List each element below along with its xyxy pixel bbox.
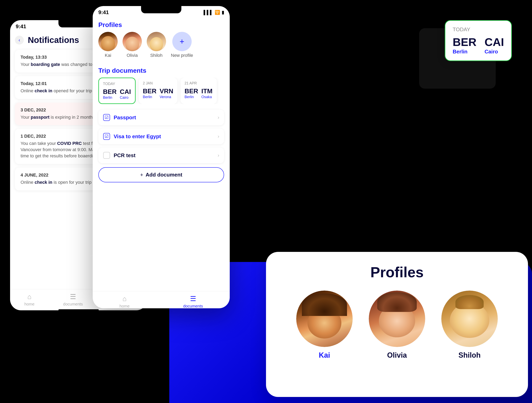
documents-icon-main: ☰ bbox=[190, 295, 196, 303]
ftc-to-code: CAI bbox=[485, 35, 504, 49]
floating-trip-card: TODAY BER Berlin CAI Cairo bbox=[445, 20, 512, 61]
passport-label: Passport bbox=[114, 114, 218, 121]
nav-home-label: home bbox=[24, 302, 34, 307]
add-icon: + bbox=[140, 172, 143, 178]
visa-chevron-icon: › bbox=[218, 134, 219, 139]
nav-home-main[interactable]: ⌂ home bbox=[120, 295, 130, 309]
trip-card-jan[interactable]: 2 JAN BER Berlin VRN Verona bbox=[139, 78, 177, 104]
trip-card-routes-2: BER Berlin VRN Verona bbox=[143, 88, 173, 99]
documents-icon: ☰ bbox=[70, 293, 76, 301]
shiloh-avatar bbox=[147, 32, 166, 51]
add-document-label: Add document bbox=[146, 172, 182, 178]
ftc-to: CAI Cairo bbox=[485, 35, 504, 55]
nav-documents-main[interactable]: ☰ documents bbox=[183, 295, 203, 308]
trip-card-from-2: BER Berlin bbox=[143, 88, 157, 99]
nav-documents[interactable]: ☰ documents bbox=[63, 293, 83, 307]
phone-notch-main bbox=[141, 6, 181, 13]
trip-card-routes-3: BER Berlin ITM Osaka bbox=[184, 88, 213, 99]
passport-checkbox[interactable]: ☑ bbox=[103, 114, 110, 121]
status-time-main: 9:41 bbox=[98, 9, 109, 16]
trip-card-date-2: 2 JAN bbox=[143, 81, 173, 85]
shiloh-big-name: Shiloh bbox=[458, 351, 481, 359]
pcr-label: PCR test bbox=[114, 152, 218, 159]
trip-card-from-1: BER Berlin bbox=[103, 88, 117, 100]
pcr-chevron-icon: › bbox=[218, 152, 219, 158]
main-content: Profiles Kai Olivia bbox=[93, 17, 230, 291]
kai-name: Kai bbox=[105, 53, 111, 58]
nav-documents-label: documents bbox=[63, 302, 83, 307]
visa-checkbox[interactable]: ☑ bbox=[103, 133, 110, 140]
profiles-section-title: Profiles bbox=[98, 17, 224, 32]
trip-card-to-1: CAI Cairo bbox=[120, 88, 131, 100]
trip-card-date-1: TODAY bbox=[103, 82, 131, 86]
doc-visa[interactable]: ☑ Visa to enter Egypt › bbox=[98, 129, 224, 144]
ftc-from-city: Berlin bbox=[453, 49, 476, 55]
profiles-big-row: Kai Olivia Shiloh bbox=[282, 290, 512, 359]
new-profile-name: New profile bbox=[171, 53, 193, 58]
kai-big-name: Kai bbox=[319, 351, 330, 359]
doc-passport[interactable]: ☑ Passport › bbox=[98, 110, 224, 125]
notifications-title: Notifications bbox=[28, 35, 79, 45]
add-document-button[interactable]: + Add document bbox=[98, 167, 224, 182]
ftc-routes: BER Berlin CAI Cairo bbox=[453, 35, 504, 55]
home-icon-main: ⌂ bbox=[122, 295, 127, 303]
status-icons-main: ▌▌▌ 🛜 ▮ bbox=[203, 10, 224, 15]
home-indicator bbox=[58, 309, 99, 310]
trip-card-to-3: ITM Osaka bbox=[201, 88, 212, 99]
profile-olivia[interactable]: Olivia bbox=[122, 32, 142, 58]
olivia-big-avatar bbox=[369, 290, 425, 347]
nav-documents-main-label: documents bbox=[183, 304, 203, 308]
battery-icon-main: ▮ bbox=[222, 10, 224, 15]
trip-card-today[interactable]: TODAY BER Berlin CAI Cairo bbox=[98, 78, 136, 104]
profile-big-kai[interactable]: Kai bbox=[296, 290, 353, 359]
shiloh-name: Shiloh bbox=[150, 53, 162, 58]
back-button[interactable]: ‹ bbox=[15, 36, 24, 44]
bottom-nav-main: ⌂ home ☰ documents bbox=[93, 291, 230, 308]
kai-avatar bbox=[98, 32, 118, 51]
profile-new[interactable]: + New profile bbox=[171, 32, 193, 58]
pcr-checkbox[interactable] bbox=[103, 152, 110, 159]
nav-home-main-label: home bbox=[120, 304, 130, 309]
wifi-icon-main: 🛜 bbox=[215, 10, 220, 15]
ftc-from-code: BER bbox=[453, 35, 476, 49]
trip-card-routes-1: BER Berlin CAI Cairo bbox=[103, 88, 131, 100]
olivia-big-name: Olivia bbox=[387, 351, 407, 359]
passport-chevron-icon: › bbox=[218, 115, 219, 120]
trip-card-apr[interactable]: 21 APR BER Berlin ITM Osaka bbox=[181, 78, 217, 104]
signal-icon-main: ▌▌▌ bbox=[203, 10, 213, 15]
new-profile-placeholder: + bbox=[172, 32, 192, 51]
olivia-avatar bbox=[122, 32, 142, 51]
home-icon: ⌂ bbox=[27, 293, 32, 301]
profile-big-shiloh[interactable]: Shiloh bbox=[441, 290, 498, 359]
doc-pcr[interactable]: PCR test › bbox=[98, 147, 224, 163]
profiles-row: Kai Olivia Shiloh bbox=[98, 32, 224, 63]
visa-label: Visa to enter Egypt bbox=[114, 133, 218, 140]
kai-big-avatar bbox=[296, 290, 353, 347]
shiloh-big-avatar bbox=[441, 290, 498, 347]
profiles-big-card: Profiles Kai Olivia bbox=[266, 252, 528, 397]
ftc-from: BER Berlin bbox=[453, 35, 476, 55]
profile-kai[interactable]: Kai bbox=[98, 32, 118, 58]
trip-card-from-3: BER Berlin bbox=[184, 88, 198, 99]
olivia-name: Olivia bbox=[127, 53, 138, 58]
profile-shiloh[interactable]: Shiloh bbox=[147, 32, 166, 58]
main-phone: 9:41 ▌▌▌ 🛜 ▮ Profiles Kai bbox=[93, 6, 230, 308]
status-time: 9:41 bbox=[16, 23, 26, 30]
nav-home[interactable]: ⌂ home bbox=[24, 293, 34, 307]
trip-card-date-3: 21 APR bbox=[184, 81, 213, 85]
ftc-to-city: Cairo bbox=[485, 49, 504, 55]
trip-docs-title: Trip documents bbox=[98, 63, 224, 78]
profile-big-olivia[interactable]: Olivia bbox=[369, 290, 425, 359]
profiles-big-title: Profiles bbox=[282, 264, 512, 280]
trip-card-to-2: VRN Verona bbox=[160, 88, 173, 99]
ftc-date: TODAY bbox=[453, 26, 504, 33]
trip-cards-row: TODAY BER Berlin CAI Cairo 2 JAN BE bbox=[98, 78, 224, 104]
